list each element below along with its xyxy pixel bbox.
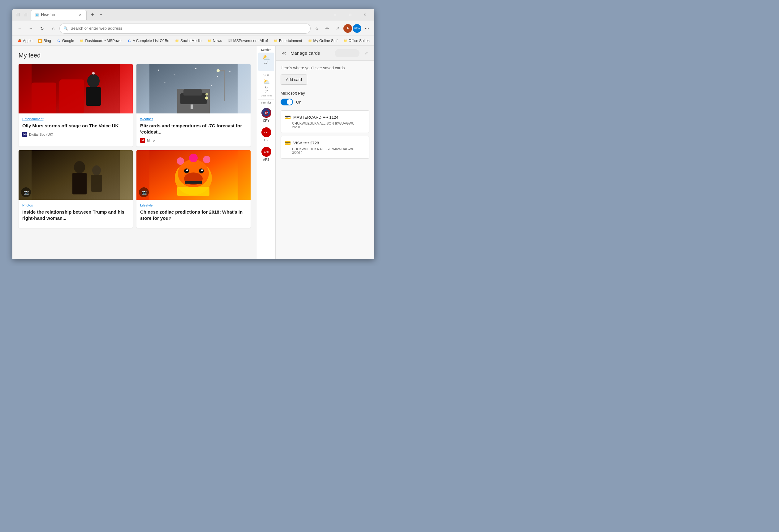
sports-section-label: Premier bbox=[258, 101, 274, 104]
bookmark-mspoweruser[interactable]: 📰 MSPoweruser - All of bbox=[225, 38, 271, 44]
card1-category[interactable]: Entertainment bbox=[22, 117, 129, 121]
new-badge[interactable]: NEW bbox=[353, 24, 361, 33]
card-mc-dots: •••• bbox=[323, 115, 328, 120]
bookmarks-bar: 🍎 Apple B Bing G Google 📁 Dashboard • MS… bbox=[12, 36, 374, 46]
svg-text:LFC: LFC bbox=[264, 131, 268, 134]
team-cry[interactable]: CP CRY bbox=[258, 106, 274, 125]
tab-bar: 🌐 New tab ✕ + ▾ bbox=[31, 10, 328, 20]
bookmark-dashboard[interactable]: 📁 Dashboard • MSPowe bbox=[77, 38, 124, 44]
tab-close-btn[interactable]: ✕ bbox=[78, 12, 82, 17]
bookmark-socialmedia[interactable]: 📁 Social Media bbox=[172, 38, 204, 44]
feed-card-1[interactable]: Entertainment Olly Murs storms off stage… bbox=[18, 64, 133, 146]
bookmark-socialmedia-label: Social Media bbox=[180, 39, 202, 43]
add-card-btn[interactable]: Add card bbox=[281, 74, 307, 85]
bookmark-entertainment[interactable]: 📁 Entertainment bbox=[271, 38, 305, 44]
new-badge-text: NEW bbox=[354, 27, 360, 30]
card-mc-type: MASTERCARD bbox=[293, 115, 321, 120]
weather-data-source: Data from bbox=[258, 94, 274, 97]
google-favicon-2: G bbox=[127, 39, 131, 43]
active-tab[interactable]: 🌐 New tab ✕ bbox=[31, 10, 86, 20]
card2-category[interactable]: Weather bbox=[140, 117, 247, 121]
tab-dropdown-btn[interactable]: ▾ bbox=[97, 11, 105, 18]
minimize-btn[interactable]: − bbox=[328, 10, 342, 20]
address-input[interactable] bbox=[70, 26, 307, 30]
back-page-btn[interactable]: ⬜ bbox=[15, 12, 21, 18]
svg-text:🌐: 🌐 bbox=[36, 13, 39, 16]
close-btn[interactable]: ✕ bbox=[358, 10, 372, 20]
forward-page-btn[interactable]: ⬜ bbox=[22, 12, 28, 18]
weather-temp-current: 12° bbox=[259, 61, 273, 64]
folder-icon-social: 📁 bbox=[175, 39, 179, 43]
bookmark-officesuites-label: Office Suites bbox=[349, 39, 370, 43]
card3-body: Photos Inside the relationship between T… bbox=[18, 200, 133, 228]
svg-point-5 bbox=[87, 74, 100, 88]
card-visa-type: VISA bbox=[293, 141, 302, 145]
feed-title: My feed bbox=[18, 52, 251, 59]
more-btn[interactable]: ⋯ bbox=[362, 23, 372, 34]
svg-rect-6 bbox=[86, 87, 101, 106]
panel-search-box[interactable] bbox=[335, 49, 359, 57]
forecast-low: 0° bbox=[258, 90, 274, 93]
weather-current: ⛅ 12° bbox=[258, 53, 274, 71]
svg-point-17 bbox=[229, 71, 231, 72]
toolbar-icons: ☆ ✏ ↗ A NEW ⋯ bbox=[312, 23, 372, 34]
team-ars[interactable]: AFC ARS bbox=[258, 144, 274, 164]
panel-expand-btn[interactable]: ⤢ bbox=[362, 49, 371, 58]
folder-icon-dashboard: 📁 bbox=[79, 39, 84, 43]
card1-image bbox=[18, 64, 133, 114]
feed-card-3[interactable]: 📷 Photos Inside the relationship between… bbox=[18, 150, 133, 228]
team-ars-badge: AFC bbox=[261, 147, 271, 157]
card4-image: 📷 bbox=[136, 150, 251, 200]
bookmark-bing[interactable]: B Bing bbox=[36, 38, 54, 44]
bookmark-completelist[interactable]: G A Complete List Of Bo bbox=[125, 38, 172, 44]
card3-title: Inside the relationship between Trump an… bbox=[22, 209, 129, 221]
bookmark-bing-label: Bing bbox=[44, 39, 51, 43]
microsoft-pay-toggle[interactable] bbox=[281, 98, 293, 106]
card2-body: Weather Blizzards and temperatures of -7… bbox=[136, 114, 251, 146]
refresh-btn[interactable]: ↻ bbox=[37, 23, 47, 34]
bookmark-officesuites[interactable]: 📁 Office Suites bbox=[341, 38, 372, 44]
share-btn[interactable]: ↗ bbox=[333, 23, 343, 34]
svg-rect-4 bbox=[59, 79, 84, 114]
svg-point-40 bbox=[201, 170, 203, 171]
card1-title: Olly Murs storms off stage on The Voice … bbox=[22, 123, 129, 129]
svg-point-19 bbox=[211, 85, 212, 86]
card3-category[interactable]: Photos bbox=[22, 203, 129, 207]
bookmark-news[interactable]: 📁 News bbox=[205, 38, 225, 44]
profile-btn[interactable]: A bbox=[343, 24, 352, 33]
favorites-btn[interactable]: ☆ bbox=[312, 23, 322, 34]
address-bar[interactable]: 🔍 bbox=[59, 23, 311, 34]
svg-point-7 bbox=[92, 72, 95, 74]
svg-rect-12 bbox=[191, 105, 193, 109]
back-btn[interactable]: ← bbox=[15, 23, 25, 34]
feed-card-2[interactable]: Weather Blizzards and temperatures of -7… bbox=[136, 64, 251, 146]
microsoft-pay-label: Microsoft Pay bbox=[281, 91, 369, 95]
google-favicon: G bbox=[57, 39, 61, 43]
card-entry-visa: 💳 VISA •••• 2728 CHUKWUEBUKA ALLISON-IKW… bbox=[281, 136, 369, 158]
bookmark-google[interactable]: G Google bbox=[54, 38, 77, 44]
card4-category[interactable]: Lifestyle bbox=[140, 203, 247, 207]
maximize-btn[interactable]: □ bbox=[343, 10, 357, 20]
svg-rect-31 bbox=[91, 175, 102, 192]
bookmark-apple[interactable]: 🍎 Apple bbox=[15, 38, 35, 44]
notes-btn[interactable]: ✏ bbox=[322, 23, 332, 34]
card-visa-header: 💳 VISA •••• 2728 bbox=[285, 140, 365, 146]
bookmark-myonlineself[interactable]: 📁 My Online Self bbox=[305, 38, 340, 44]
tab-favicon: 🌐 bbox=[35, 13, 39, 17]
new-tab-btn[interactable]: + bbox=[88, 10, 97, 19]
window-buttons: − □ ✕ bbox=[328, 10, 372, 20]
card3-camera-icon: 📷 bbox=[21, 187, 31, 197]
feed-card-4[interactable]: 📷 Lifestyle Chinese zodiac predictions f… bbox=[136, 150, 251, 228]
svg-point-18 bbox=[165, 82, 166, 83]
search-icon: 🔍 bbox=[63, 26, 68, 30]
card1-body: Entertainment Olly Murs storms off stage… bbox=[18, 114, 133, 141]
card2-source-logo: M bbox=[140, 138, 145, 143]
home-btn[interactable]: ⌂ bbox=[48, 23, 58, 34]
panel-back-btn[interactable]: ≪ bbox=[279, 49, 288, 58]
team-cry-abbr: CRY bbox=[263, 119, 269, 122]
team-liv[interactable]: LFC LIV bbox=[258, 125, 274, 144]
bookmarks-more-btn[interactable]: » bbox=[372, 38, 374, 44]
forward-btn[interactable]: → bbox=[26, 23, 36, 34]
team-liv-badge: LFC bbox=[261, 127, 271, 137]
svg-rect-46 bbox=[177, 187, 209, 196]
